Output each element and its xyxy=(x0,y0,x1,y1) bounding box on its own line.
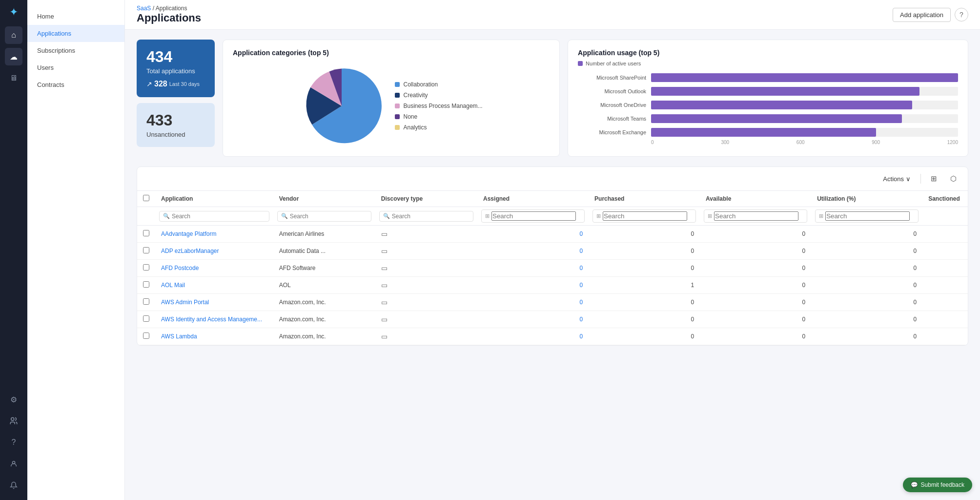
bar-chart-card: Application usage (top 5) Number of acti… xyxy=(568,40,968,157)
col-sanctioned: Sanctioned xyxy=(922,191,968,207)
discovery-search-input[interactable] xyxy=(392,213,470,220)
bar-row-outlook: Microsoft Outlook xyxy=(578,87,958,96)
available-search-wrap: ⊞ xyxy=(704,209,807,223)
legend-item-analytics: Analytics xyxy=(395,124,483,131)
add-application-button[interactable]: Add application xyxy=(893,8,951,22)
discovery-search-wrap: 🔍 xyxy=(379,211,473,222)
row-checkbox-3[interactable] xyxy=(143,281,149,288)
breadcrumb: SaaS / Applications xyxy=(137,5,201,12)
sidebar-icon-team[interactable] xyxy=(5,412,22,430)
app-search-wrap: 🔍 xyxy=(159,211,269,222)
app-link-6[interactable]: AWS Lambda xyxy=(161,333,197,340)
col-utilization: Utilization (%) xyxy=(811,191,922,207)
actions-chevron: ∨ xyxy=(906,175,911,183)
app-search-input[interactable] xyxy=(172,213,265,220)
utilization-search-input[interactable] xyxy=(825,211,910,221)
svg-point-0 xyxy=(11,417,14,420)
header-actions: Add application ? xyxy=(893,8,968,22)
feedback-icon: 💬 xyxy=(911,481,918,488)
table-row: AWS Identity and Access Manageme... Amaz… xyxy=(137,311,968,328)
columns-icon[interactable]: ⊞ xyxy=(927,172,940,186)
bar-list: Microsoft SharePoint Microsoft Outlook M… xyxy=(578,73,958,137)
app-logo: ✦ xyxy=(9,6,18,19)
applications-table: Application Vendor Discovery type Assign… xyxy=(137,191,968,345)
row-checkbox-5[interactable] xyxy=(143,315,149,322)
legend-dot-analytics xyxy=(395,125,400,130)
nav-item-applications[interactable]: Applications xyxy=(27,25,124,42)
purchased-grid-icon: ⊞ xyxy=(596,213,601,219)
table-row: ADP ezLaborManager Automatic Data ... ▭ … xyxy=(137,243,968,260)
bar-axis: 0 300 600 900 1200 xyxy=(578,140,958,145)
nav-item-contracts[interactable]: Contracts xyxy=(27,76,124,93)
row-checkbox-0[interactable] xyxy=(143,230,149,236)
bar-legend-row: Number of active users xyxy=(578,61,958,66)
sidebar-icon-bell[interactable] xyxy=(5,477,22,494)
col-application: Application xyxy=(155,191,273,207)
nav-item-users[interactable]: Users xyxy=(27,59,124,76)
assigned-search-input[interactable] xyxy=(491,211,576,221)
select-all-checkbox[interactable] xyxy=(143,195,149,201)
app-link-5[interactable]: AWS Identity and Access Manageme... xyxy=(161,316,262,323)
app-link-0[interactable]: AAdvantage Platform xyxy=(161,230,216,237)
pie-area: Collaboration Creativity Business Proces… xyxy=(233,64,550,147)
bar-label-teams: Microsoft Teams xyxy=(578,116,646,122)
app-link-2[interactable]: AFD Postcode xyxy=(161,265,199,271)
trend-arrow: ↗ xyxy=(146,80,152,88)
app-link-1[interactable]: ADP ezLaborManager xyxy=(161,248,219,254)
help-button[interactable]: ? xyxy=(955,8,968,21)
app-link-3[interactable]: AOL Mail xyxy=(161,282,185,289)
table-toolbar: Actions ∨ ⊞ ⬡ xyxy=(137,167,968,191)
available-search-input[interactable] xyxy=(714,211,798,221)
pie-chart-card: Application categories (top 5) xyxy=(223,40,560,157)
table-row: AWS Lambda Amazon.com, Inc. ▭ 0 0 0 0 xyxy=(137,328,968,345)
legend-dot-collaboration xyxy=(395,82,400,87)
bar-fill-exchange xyxy=(651,128,876,137)
bar-fill-onedrive xyxy=(651,101,912,109)
nav-item-subscriptions[interactable]: Subscriptions xyxy=(27,42,124,59)
utilization-grid-icon: ⊞ xyxy=(819,213,823,219)
utilization-search-wrap: ⊞ xyxy=(815,209,919,223)
row-checkbox-2[interactable] xyxy=(143,264,149,271)
total-label: Total applications xyxy=(146,67,205,75)
unsanctioned-card: 433 Unsanctioned xyxy=(137,103,215,147)
bar-fill-outlook xyxy=(651,87,919,96)
sub-number: 328 xyxy=(154,80,167,88)
total-number: 434 xyxy=(146,48,205,65)
page-title: Applications xyxy=(137,12,201,24)
sidebar-icon-cloud[interactable]: ☁ xyxy=(5,48,22,65)
sidebar-icon-person[interactable] xyxy=(5,455,22,473)
legend-dot-none xyxy=(395,114,400,119)
unsanctioned-label: Unsanctioned xyxy=(146,131,205,138)
row-checkbox-4[interactable] xyxy=(143,298,149,305)
toolbar-divider xyxy=(920,174,921,184)
export-icon[interactable]: ⬡ xyxy=(946,172,960,186)
bar-track-teams xyxy=(651,114,958,123)
bar-track-onedrive xyxy=(651,101,958,109)
bar-legend-label: Number of active users xyxy=(586,61,641,66)
bar-track-exchange xyxy=(651,128,958,137)
actions-button[interactable]: Actions ∨ xyxy=(879,173,915,185)
sidebar: ✦ ⌂ ☁ 🖥 ⚙ ? xyxy=(0,0,27,500)
vendor-search-input[interactable] xyxy=(290,213,368,220)
legend-item-creativity: Creativity xyxy=(395,92,483,99)
sidebar-icon-settings[interactable]: ⚙ xyxy=(5,391,22,408)
submit-feedback-button[interactable]: 💬 Submit feedback xyxy=(903,478,972,492)
sidebar-icon-home[interactable]: ⌂ xyxy=(5,26,22,44)
nav-item-home[interactable]: Home xyxy=(27,8,124,25)
row-checkbox-1[interactable] xyxy=(143,247,149,253)
bar-row-onedrive: Microsoft OneDrive xyxy=(578,101,958,109)
legend-dot-business xyxy=(395,104,400,108)
sidebar-icon-help[interactable]: ? xyxy=(5,434,22,451)
pie-chart-svg xyxy=(300,64,383,147)
col-discovery-type: Discovery type xyxy=(375,191,477,207)
row-checkbox-6[interactable] xyxy=(143,333,149,339)
purchased-search-input[interactable] xyxy=(603,211,687,221)
nav-panel: Home Applications Subscriptions Users Co… xyxy=(27,0,125,500)
legend-dot-creativity xyxy=(395,93,400,98)
sidebar-icon-monitor[interactable]: 🖥 xyxy=(5,69,22,87)
vendor-search-wrap: 🔍 xyxy=(277,211,371,222)
app-search-icon: 🔍 xyxy=(163,213,170,219)
app-link-4[interactable]: AWS Admin Portal xyxy=(161,299,209,306)
col-available: Available xyxy=(700,191,811,207)
bar-legend-square xyxy=(578,61,583,66)
